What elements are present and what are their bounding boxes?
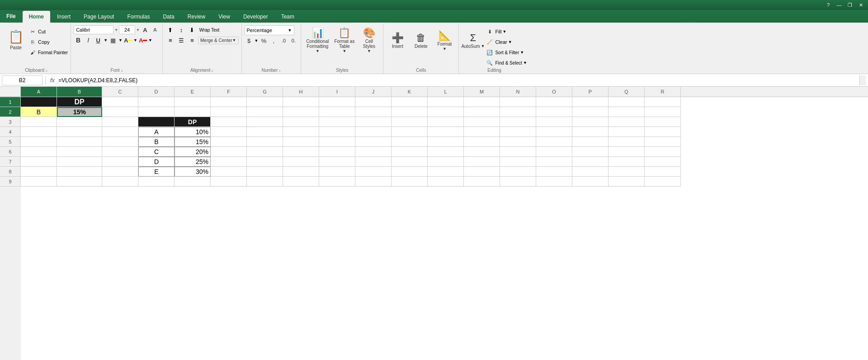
col-header-n[interactable]: N [500, 87, 536, 97]
cell-n7[interactable] [500, 157, 536, 167]
cell-o9[interactable] [536, 177, 572, 187]
cell-l1[interactable] [428, 97, 464, 107]
cell-e1[interactable] [175, 97, 211, 107]
cell-q4[interactable] [609, 127, 645, 137]
cell-n9[interactable] [500, 177, 536, 187]
format-dropdown[interactable]: ▼ [443, 47, 447, 51]
cell-f5[interactable] [211, 137, 247, 147]
cell-k4[interactable] [392, 127, 428, 137]
cell-p1[interactable] [572, 97, 609, 107]
delete-button[interactable]: 🗑 Delete [410, 25, 432, 55]
cell-i4[interactable] [319, 127, 355, 137]
tab-home[interactable]: Home [23, 11, 50, 23]
align-center-button[interactable]: ☰ [176, 36, 186, 45]
cell-e6[interactable]: 20% [175, 147, 211, 157]
clear-icon[interactable]: 🧹 [485, 37, 494, 47]
cell-q9[interactable] [609, 177, 645, 187]
cell-r6[interactable] [645, 147, 681, 157]
cell-q7[interactable] [609, 157, 645, 167]
cell-p9[interactable] [572, 177, 609, 187]
cell-c8[interactable] [102, 167, 138, 177]
cell-l8[interactable] [428, 167, 464, 177]
cell-c7[interactable] [102, 157, 138, 167]
cell-p5[interactable] [572, 137, 609, 147]
align-bottom-button[interactable]: ⬇ [187, 25, 197, 34]
cell-f4[interactable] [211, 127, 247, 137]
cell-n4[interactable] [500, 127, 536, 137]
cell-r1[interactable] [645, 97, 681, 107]
cell-g7[interactable] [247, 157, 283, 167]
col-header-i[interactable]: I [319, 87, 355, 97]
cell-i1[interactable] [319, 97, 355, 107]
find-select-dropdown[interactable]: ▼ [523, 61, 527, 65]
cell-c2[interactable] [102, 107, 138, 117]
font-size-dropdown[interactable]: ▼ [136, 28, 140, 32]
cell-q2[interactable] [609, 107, 645, 117]
col-header-e[interactable]: E [175, 87, 211, 97]
cell-c5[interactable] [102, 137, 138, 147]
comma-button[interactable]: , [269, 36, 278, 45]
cell-b9[interactable] [57, 177, 102, 187]
cell-g4[interactable] [247, 127, 283, 137]
cell-m8[interactable] [464, 167, 500, 177]
sort-filter-icon[interactable]: 🔃 [485, 48, 494, 57]
cell-d7[interactable]: D [138, 157, 175, 167]
cell-r2[interactable] [645, 107, 681, 117]
cell-j6[interactable] [355, 147, 392, 157]
cell-j5[interactable] [355, 137, 392, 147]
col-header-f[interactable]: F [211, 87, 247, 97]
fill-label[interactable]: Fill [495, 29, 501, 34]
cell-f3[interactable] [211, 117, 247, 127]
fill-color-button[interactable]: A [123, 36, 132, 45]
tab-team[interactable]: Team [275, 11, 301, 23]
font-name-input[interactable] [74, 25, 113, 34]
cell-e3[interactable]: DP [175, 117, 211, 127]
cell-n1[interactable] [500, 97, 536, 107]
alignment-expand-icon[interactable]: ⬦ [211, 68, 213, 73]
cell-r8[interactable] [645, 167, 681, 177]
row-header-2[interactable]: 2 [0, 107, 21, 117]
conditional-dropdown[interactable]: ▼ [316, 49, 320, 53]
font-name-dropdown[interactable]: ▼ [114, 28, 118, 32]
cell-b1[interactable]: DP [57, 97, 102, 107]
cell-k1[interactable] [392, 97, 428, 107]
cell-i2[interactable] [319, 107, 355, 117]
cell-o6[interactable] [536, 147, 572, 157]
col-header-l[interactable]: L [428, 87, 464, 97]
merge-center-button[interactable]: Merge & Center ▼ [198, 37, 239, 44]
col-header-o[interactable]: O [536, 87, 572, 97]
cell-l9[interactable] [428, 177, 464, 187]
cell-k3[interactable] [392, 117, 428, 127]
align-middle-button[interactable]: ↕ [176, 25, 186, 34]
cell-j2[interactable] [355, 107, 392, 117]
cell-e4[interactable]: 10% [175, 127, 211, 137]
cell-r3[interactable] [645, 117, 681, 127]
cell-styles-button[interactable]: 🎨 CellStyles ▼ [358, 25, 380, 55]
format-table-dropdown[interactable]: ▼ [342, 49, 346, 53]
cell-o3[interactable] [536, 117, 572, 127]
tab-insert[interactable]: Insert [51, 11, 77, 23]
cell-j1[interactable] [355, 97, 392, 107]
restore-icon[interactable]: ❐ [846, 1, 854, 9]
cell-q5[interactable] [609, 137, 645, 147]
cell-g2[interactable] [247, 107, 283, 117]
cell-a1[interactable] [21, 97, 57, 107]
cell-a3[interactable] [21, 117, 57, 127]
cell-d6[interactable]: C [138, 147, 175, 157]
row-header-3[interactable]: 3 [0, 117, 21, 127]
cell-b5[interactable] [57, 137, 102, 147]
col-header-a[interactable]: A [21, 87, 57, 97]
row-header-9[interactable]: 9 [0, 177, 21, 187]
cell-b7[interactable] [57, 157, 102, 167]
cell-h2[interactable] [283, 107, 319, 117]
cell-g5[interactable] [247, 137, 283, 147]
cell-g8[interactable] [247, 167, 283, 177]
cell-i3[interactable] [319, 117, 355, 127]
cell-e8[interactable]: 30% [175, 167, 211, 177]
cell-h4[interactable] [283, 127, 319, 137]
cell-d3[interactable] [138, 117, 175, 127]
cell-j4[interactable] [355, 127, 392, 137]
format-painter-button[interactable]: 🖌 [28, 48, 37, 57]
cell-a8[interactable] [21, 167, 57, 177]
cell-f2[interactable] [211, 107, 247, 117]
